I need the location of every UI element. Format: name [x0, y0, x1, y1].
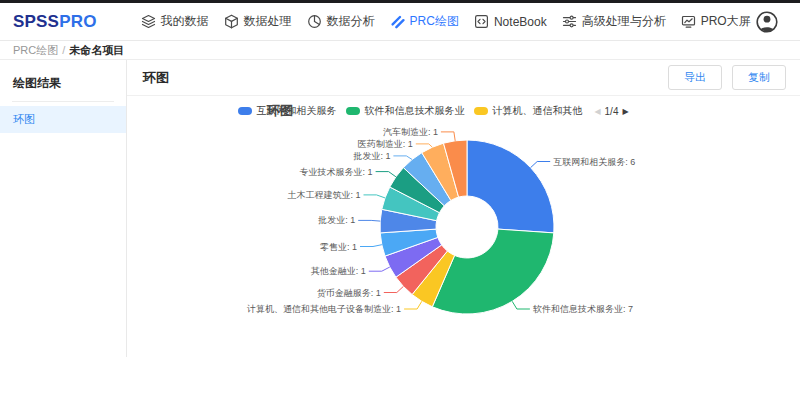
slice-label: 医药制造业: 1	[358, 139, 413, 149]
main-panel: 环图 导出 复制 环图 互联网和相关服务软件和信息技术服务业计算机、通信和其他◀…	[127, 60, 800, 357]
logo-pro: PRO	[59, 12, 96, 31]
logo-spss: SPSS	[13, 12, 59, 31]
nav-item-label: NoteBook	[494, 15, 547, 29]
nav-item-label: 数据处理	[244, 13, 292, 30]
export-button[interactable]: 导出	[668, 65, 722, 90]
slice-label: 零售业: 1	[320, 242, 357, 252]
nav-item-label: 我的数据	[161, 13, 209, 30]
donut-slice-1[interactable]	[432, 229, 554, 314]
nav-item-label: 数据分析	[327, 13, 375, 30]
slice-label: 软件和信息技术服务业: 7	[533, 304, 633, 314]
slice-label: 批发业: 1	[317, 215, 355, 225]
user-avatar[interactable]	[756, 11, 778, 33]
slice-label-line	[384, 286, 404, 292]
slice-label: 专业技术服务业: 1	[300, 167, 373, 177]
slice-label-line	[364, 195, 386, 198]
sidebar-divider	[12, 101, 114, 102]
slice-label-line	[376, 172, 396, 177]
slice-label: 汽车制造业: 1	[383, 127, 438, 137]
slice-label-line	[416, 144, 433, 147]
main-header: 环图 导出 复制	[127, 60, 800, 96]
chart-area: 环图 互联网和相关服务软件和信息技术服务业计算机、通信和其他◀1/4▶ 互联网和…	[127, 96, 800, 357]
breadcrumb-parent[interactable]: PRC绘图	[13, 43, 58, 58]
page-title: 环图	[143, 69, 169, 87]
top-navigation-bar: SPSSPRO 我的数据数据处理数据分析PRC绘图NoteBook高级处理与分析…	[0, 3, 800, 41]
nav-item-label: 高级处理与分析	[582, 13, 666, 30]
sidebar-item-ring-chart[interactable]: 环图	[0, 106, 126, 133]
slice-label: 计算机、通信和其他电子设备制造业: 1	[246, 304, 401, 314]
spsspro-logo[interactable]: SPSSPRO	[13, 12, 97, 32]
nav-item-label: PRO大屏	[701, 13, 751, 30]
sidebar-title: 绘图结果	[0, 70, 126, 101]
breadcrumb-current: 未命名项目	[69, 43, 124, 58]
slice-label: 货币金融服务: 1	[317, 288, 381, 298]
nav-item-prc-plot[interactable]: PRC绘图	[390, 13, 459, 30]
pie-icon	[307, 14, 322, 29]
sliders-icon	[562, 14, 577, 29]
nav-item-pro-screen[interactable]: PRO大屏	[681, 13, 751, 30]
slice-label-line	[393, 156, 412, 160]
breadcrumb: PRC绘图 / 未命名项目	[0, 41, 800, 60]
nav-item-notebook[interactable]: NoteBook	[474, 14, 547, 29]
slice-label: 互联网和相关服务: 6	[553, 157, 635, 167]
nav-item-data-processing[interactable]: 数据处理	[224, 13, 292, 30]
nav-item-data-analysis[interactable]: 数据分析	[307, 13, 375, 30]
nav-item-my-data[interactable]: 我的数据	[141, 13, 209, 30]
slice-label: 土木工程建筑业: 1	[287, 190, 360, 200]
layers-icon	[141, 14, 156, 29]
brush-icon	[390, 14, 405, 29]
cube-icon	[224, 14, 239, 29]
screen-icon	[681, 14, 696, 29]
copy-button[interactable]: 复制	[732, 65, 786, 90]
slice-label-line	[360, 245, 382, 247]
slice-label-line	[358, 220, 380, 221]
donut-slice-0[interactable]	[467, 140, 554, 233]
donut-chart: 互联网和相关服务: 6软件和信息技术服务业: 7计算机、通信和其他电子设备制造业…	[127, 96, 799, 357]
breadcrumb-separator: /	[62, 44, 65, 56]
sidebar: 绘图结果 环图	[0, 60, 127, 357]
main-nav: 我的数据数据处理数据分析PRC绘图NoteBook高级处理与分析PRO大屏	[141, 13, 756, 30]
slice-label-line	[441, 132, 455, 141]
slice-label: 其他金融业: 1	[311, 266, 366, 276]
nav-item-label: PRC绘图	[410, 13, 459, 30]
slice-label-line	[404, 301, 422, 309]
code-icon	[474, 14, 489, 29]
slice-label: 批发业: 1	[352, 151, 390, 161]
slice-label-line	[531, 162, 551, 168]
slice-label-line	[512, 301, 530, 309]
nav-item-advanced-analysis[interactable]: 高级处理与分析	[562, 13, 666, 30]
user-avatar-icon	[756, 11, 778, 33]
slice-label-line	[369, 267, 390, 271]
